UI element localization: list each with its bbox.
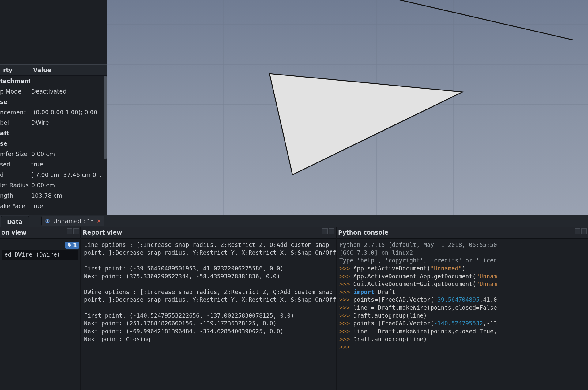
console-line: >>> points=[FreeCAD.Vector(-39.564704895…	[339, 296, 586, 304]
console-line: Python 2.7.15 (default, May 1 2018, 05:5…	[339, 241, 586, 249]
python-console-body[interactable]: Python 2.7.15 (default, May 1 2018, 05:5…	[337, 239, 588, 390]
python-console-title: Python console	[337, 227, 588, 239]
property-panel: rty Value tachmentp ModeDeactivatedsence…	[0, 0, 107, 215]
close-icon[interactable]: ✕	[96, 218, 101, 224]
console-line: [GCC 7.3.0] on linux2	[339, 249, 586, 257]
property-row[interactable]: let Radius0.00 cm	[0, 180, 107, 190]
property-row[interactable]: se	[0, 97, 107, 107]
property-value: true	[30, 161, 107, 168]
document-tab-label: Unnamed : 1*	[53, 218, 94, 224]
console-line: >>> App.setActiveDocument("Unnamed")	[339, 265, 586, 273]
property-value: true	[30, 203, 107, 209]
report-view-pane: Report view Line options : [:Increase sn…	[81, 227, 336, 390]
scrollbar-thumb[interactable]	[104, 76, 107, 159]
property-row[interactable]: aft	[0, 128, 107, 138]
console-line: >>> Draft.autogroup(line)	[339, 312, 586, 320]
document-tab[interactable]: Unnamed : 1* ✕	[41, 216, 104, 226]
dwire-triangle	[270, 74, 462, 175]
python-console-pane: Python console Python 2.7.15 (default, M…	[337, 227, 588, 390]
property-key: ake Face	[0, 203, 30, 209]
console-line: >>> import Draft	[339, 288, 586, 296]
property-row[interactable]: sedtrue	[0, 159, 107, 170]
report-view-title: Report view	[81, 227, 336, 239]
property-row[interactable]: se	[0, 138, 107, 149]
property-key: bel	[0, 119, 30, 126]
pane-restore-icon[interactable]	[67, 228, 72, 234]
property-value: 0.00 cm	[30, 151, 107, 157]
property-key: ngth	[0, 192, 30, 199]
property-key: sed	[0, 161, 30, 168]
property-key: aft	[0, 130, 30, 136]
selection-count-badge[interactable]: 1	[65, 242, 79, 249]
property-row[interactable]: mfer Size0.00 cm	[0, 149, 107, 159]
report-view-body[interactable]: Line options : [:Increase snap radius, Z…	[81, 239, 336, 390]
console-line: >>> line = Draft.makeWire(points,closed=…	[339, 327, 586, 335]
property-header-key: rty	[0, 65, 30, 75]
document-gear-icon	[45, 218, 50, 224]
console-line: >>> App.ActiveDocument=App.getDocument("…	[339, 273, 586, 281]
property-row[interactable]: ncement[(0.00 0.00 1.00); 0.00 ...	[0, 107, 107, 117]
property-row[interactable]: ngth103.78 cm	[0, 190, 107, 201]
property-value: [-7.00 cm -37.46 cm 0...	[30, 171, 107, 178]
property-value: 0.00 cm	[30, 182, 107, 189]
selection-item[interactable]: ed.DWire (DWire)	[2, 250, 78, 260]
property-value: Deactivated	[30, 88, 107, 95]
console-line: >>>	[339, 343, 586, 351]
pane-restore-icon[interactable]	[575, 228, 580, 234]
property-key: mfer Size	[0, 151, 30, 157]
selection-view-body[interactable]: ed.DWire (DWire)	[0, 239, 80, 390]
property-body[interactable]: tachmentp ModeDeactivatedsencement[(0.00…	[0, 76, 107, 215]
pane-restore-icon[interactable]	[322, 228, 328, 234]
pane-close-icon[interactable]	[581, 228, 587, 234]
property-header-value: Value	[30, 65, 107, 75]
property-key: let Radius	[0, 182, 30, 189]
property-key: se	[0, 140, 30, 147]
property-value: [(0.00 0.00 1.00); 0.00 ...	[30, 109, 107, 116]
property-key: tachment	[0, 78, 30, 84]
property-key: p Mode	[0, 88, 30, 95]
svg-point-12	[47, 220, 48, 222]
tag-icon	[67, 243, 72, 247]
pane-close-icon[interactable]	[329, 228, 334, 234]
property-value: DWire	[30, 119, 107, 126]
property-key: se	[0, 98, 30, 105]
property-row[interactable]: tachment	[0, 76, 107, 86]
selection-view-pane: on view 1 ed.DWire (DWire)	[0, 227, 80, 390]
console-line: Type 'help', 'copyright', 'credits' or '…	[339, 257, 586, 265]
property-row[interactable]: d[-7.00 cm -37.46 cm 0...	[0, 170, 107, 180]
property-header: rty Value	[0, 64, 107, 76]
property-value: 103.78 cm	[30, 192, 107, 199]
tab-data[interactable]: Data	[1, 216, 29, 227]
property-row[interactable]: belDWire	[0, 117, 107, 128]
pane-close-icon[interactable]	[74, 228, 79, 234]
console-line: >>> points=[FreeCAD.Vector(-140.52479553…	[339, 319, 586, 327]
property-row[interactable]: ake Facetrue	[0, 201, 107, 211]
line-object	[374, 0, 573, 40]
console-line: >>> Gui.ActiveDocument=Gui.getDocument("…	[339, 280, 586, 288]
selection-view-title: on view 1	[0, 227, 80, 239]
3d-viewport[interactable]	[107, 0, 588, 215]
console-line: >>> Draft.autogroup(line)	[339, 335, 586, 343]
property-row[interactable]: p ModeDeactivated	[0, 86, 107, 97]
console-line: >>> line = Draft.makeWire(points,closed=…	[339, 304, 586, 312]
property-key: d	[0, 171, 30, 178]
property-key: ncement	[0, 109, 30, 116]
